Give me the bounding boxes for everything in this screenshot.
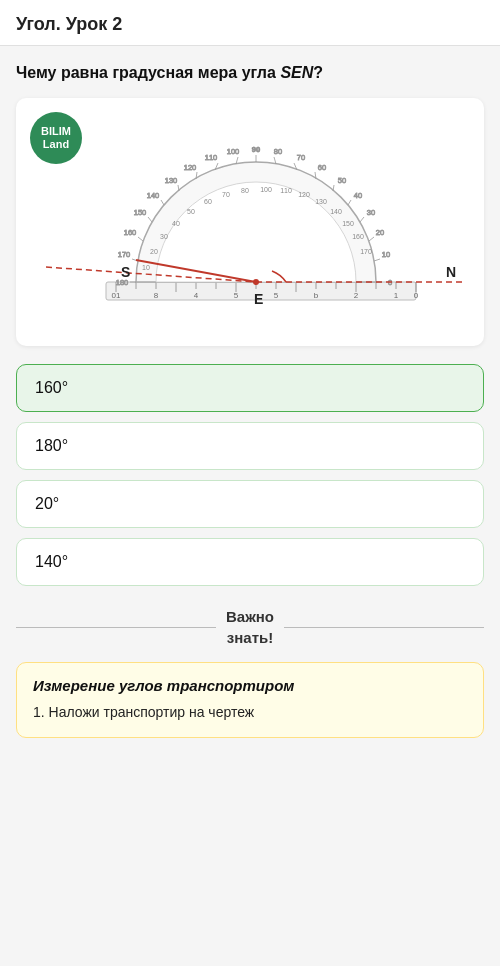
svg-text:50: 50 bbox=[187, 208, 195, 215]
angle-name: SEN bbox=[280, 64, 313, 81]
svg-text:20: 20 bbox=[376, 228, 384, 237]
svg-line-56 bbox=[148, 217, 152, 222]
svg-line-54 bbox=[161, 200, 164, 205]
answer-options: 160° 180° 20° 140° bbox=[16, 364, 484, 586]
svg-text:5: 5 bbox=[234, 291, 239, 300]
protractor-svg: 01 8 4 5 5 b 2 1 0 0 bbox=[26, 112, 484, 322]
svg-text:150: 150 bbox=[134, 208, 147, 217]
important-line2: знать! bbox=[227, 629, 273, 646]
svg-text:40: 40 bbox=[354, 191, 362, 200]
svg-line-32 bbox=[360, 217, 364, 222]
svg-text:50: 50 bbox=[338, 176, 346, 185]
svg-text:100: 100 bbox=[227, 147, 240, 156]
protractor-area: 01 8 4 5 5 b 2 1 0 0 bbox=[26, 112, 474, 332]
answer-option-3[interactable]: 20° bbox=[16, 480, 484, 528]
divider-right bbox=[284, 627, 484, 629]
svg-text:110: 110 bbox=[205, 153, 218, 162]
svg-text:10: 10 bbox=[382, 250, 390, 259]
main-content: Чему равна градусная мера угла SEN? BILI… bbox=[0, 46, 500, 754]
info-box-text: 1. Наложи транспортир на чертеж bbox=[33, 702, 467, 723]
protractor-image-container: BILIM Land bbox=[16, 98, 484, 346]
svg-text:10: 10 bbox=[142, 264, 150, 271]
svg-text:70: 70 bbox=[222, 191, 230, 198]
svg-text:130: 130 bbox=[165, 176, 178, 185]
svg-text:70: 70 bbox=[297, 153, 305, 162]
svg-text:90: 90 bbox=[252, 145, 260, 154]
svg-text:160: 160 bbox=[352, 233, 364, 240]
svg-text:80: 80 bbox=[274, 147, 282, 156]
divider-left bbox=[16, 627, 216, 629]
svg-text:4: 4 bbox=[194, 291, 199, 300]
header: Угол. Урок 2 bbox=[0, 0, 500, 46]
important-line1: Важно bbox=[226, 608, 274, 625]
svg-text:1: 1 bbox=[394, 291, 399, 300]
svg-text:170: 170 bbox=[118, 250, 131, 259]
important-label: Важно знать! bbox=[226, 606, 274, 648]
bilim-logo: BILIM Land bbox=[30, 112, 82, 164]
svg-text:120: 120 bbox=[298, 191, 310, 198]
svg-text:0: 0 bbox=[414, 291, 419, 300]
question-suffix: ? bbox=[313, 64, 323, 81]
page-title: Угол. Урок 2 bbox=[16, 14, 122, 34]
question-prefix: Чему равна градусная мера угла bbox=[16, 64, 280, 81]
label-e: E bbox=[254, 291, 263, 307]
svg-text:5: 5 bbox=[274, 291, 279, 300]
answer-option-2[interactable]: 180° bbox=[16, 422, 484, 470]
svg-text:140: 140 bbox=[147, 191, 160, 200]
answer-option-1[interactable]: 160° bbox=[16, 364, 484, 412]
info-box-title: Измерение углов транспортиром bbox=[33, 677, 467, 694]
svg-text:160: 160 bbox=[124, 228, 137, 237]
svg-line-28 bbox=[374, 259, 380, 261]
svg-text:140: 140 bbox=[330, 208, 342, 215]
svg-text:60: 60 bbox=[204, 198, 212, 205]
svg-text:110: 110 bbox=[280, 187, 292, 194]
svg-text:2: 2 bbox=[354, 291, 359, 300]
label-n: N bbox=[446, 264, 456, 280]
svg-text:20: 20 bbox=[150, 248, 158, 255]
svg-line-58 bbox=[138, 237, 143, 241]
svg-text:150: 150 bbox=[342, 220, 354, 227]
svg-text:30: 30 bbox=[367, 208, 375, 217]
label-s: S bbox=[121, 264, 130, 280]
logo-line2: Land bbox=[43, 138, 69, 151]
info-box: Измерение углов транспортиром 1. Наложи … bbox=[16, 662, 484, 738]
important-divider: Важно знать! bbox=[16, 606, 484, 648]
svg-text:100: 100 bbox=[260, 186, 272, 193]
svg-text:b: b bbox=[314, 291, 319, 300]
svg-text:01: 01 bbox=[112, 291, 121, 300]
question-text: Чему равна градусная мера угла SEN? bbox=[16, 62, 484, 84]
svg-point-83 bbox=[253, 279, 259, 285]
svg-text:60: 60 bbox=[318, 163, 326, 172]
svg-line-30 bbox=[369, 237, 374, 241]
logo-line1: BILIM bbox=[41, 125, 71, 138]
svg-text:8: 8 bbox=[154, 291, 159, 300]
svg-line-34 bbox=[348, 200, 351, 205]
svg-text:30: 30 bbox=[160, 233, 168, 240]
svg-text:40: 40 bbox=[172, 220, 180, 227]
svg-text:170: 170 bbox=[360, 248, 372, 255]
svg-text:120: 120 bbox=[184, 163, 197, 172]
svg-text:130: 130 bbox=[315, 198, 327, 205]
answer-option-4[interactable]: 140° bbox=[16, 538, 484, 586]
svg-text:80: 80 bbox=[241, 187, 249, 194]
